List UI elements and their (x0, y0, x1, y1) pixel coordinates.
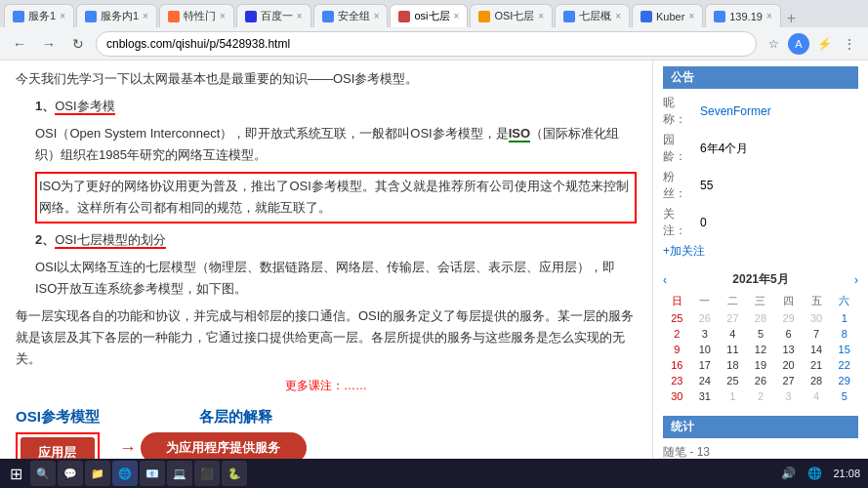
tab-close-4[interactable]: × (297, 11, 303, 21)
calendar-day[interactable]: 28 (803, 373, 831, 388)
tab-6[interactable]: osi七层 × (390, 4, 468, 27)
calendar-day[interactable]: 25 (663, 310, 691, 326)
calendar-day[interactable]: 25 (719, 373, 747, 388)
tab-8[interactable]: 七层概 × (555, 4, 630, 27)
calendar-day[interactable]: 24 (691, 373, 720, 388)
calendar-day[interactable]: 1 (719, 388, 747, 404)
tab-1[interactable]: 服务1 × (4, 4, 74, 27)
calendar-day[interactable]: 11 (719, 342, 747, 357)
calendar-day[interactable]: 20 (774, 357, 803, 373)
calendar-day[interactable]: 5 (830, 388, 858, 404)
cal-day-tue: 二 (719, 292, 747, 310)
taskbar-code[interactable]: 💻 (167, 461, 192, 486)
tab-7[interactable]: OSI七层 × (470, 4, 553, 27)
calendar-day[interactable]: 17 (691, 357, 720, 373)
tab-label-9: Kuber (656, 11, 684, 22)
calendar-day[interactable]: 2 (747, 388, 775, 404)
calendar-day[interactable]: 19 (747, 357, 775, 373)
section2-body: OSI以太网络互连的七层模型（物理层、数据链路层、网络层、传输层、会话层、表示层… (35, 257, 637, 300)
calendar-day[interactable]: 27 (719, 310, 747, 326)
tab-close-9[interactable]: × (688, 11, 694, 21)
calendar-day[interactable]: 13 (774, 342, 803, 357)
tab-4[interactable]: 百度一 × (236, 4, 311, 27)
taskbar-volume-icon[interactable]: 🔊 (776, 462, 800, 485)
tab-close-2[interactable]: × (143, 11, 148, 21)
tab-3[interactable]: 特性门 × (159, 4, 234, 27)
calendar-day[interactable]: 22 (830, 357, 858, 373)
taskbar-view[interactable]: 💬 (58, 461, 83, 486)
calendar-day[interactable]: 9 (663, 342, 691, 357)
calendar-day[interactable]: 26 (747, 373, 775, 388)
calendar-day[interactable]: 14 (803, 342, 831, 357)
article-area: 今天我们先学习一下以太网最基本也是最重要的知识——OSI参考模型。 1、OSI参… (0, 61, 653, 459)
calendar-day[interactable]: 8 (830, 326, 858, 342)
tab-close-10[interactable]: × (766, 11, 772, 21)
tab-label-5: 安全组 (338, 9, 370, 23)
tab-2[interactable]: 服务内1 × (76, 4, 157, 27)
calendar-day[interactable]: 30 (663, 388, 691, 404)
calendar-day[interactable]: 10 (691, 342, 720, 357)
tab-close-8[interactable]: × (615, 11, 621, 21)
taskbar-network-icon[interactable]: 🌐 (803, 462, 826, 485)
settings-icon[interactable]: ⋮ (839, 33, 860, 55)
new-tab-button[interactable]: + (787, 10, 796, 27)
taskbar-mail[interactable]: 📧 (140, 461, 165, 486)
refresh-button[interactable]: ↻ (66, 32, 90, 56)
calendar-day[interactable]: 29 (774, 310, 803, 326)
calendar-day[interactable]: 7 (803, 326, 831, 342)
calendar-day[interactable]: 3 (774, 388, 803, 404)
tab-9[interactable]: Kuber × (632, 4, 703, 27)
tab-close-1[interactable]: × (60, 11, 65, 21)
calendar-prev[interactable]: ‹ (663, 273, 667, 287)
calendar-day[interactable]: 21 (803, 357, 831, 373)
calendar-day[interactable]: 15 (830, 342, 858, 357)
calendar-day[interactable]: 18 (719, 357, 747, 373)
tab-close-7[interactable]: × (538, 11, 544, 21)
calendar-body: 2526272829301234567891011121314151617181… (663, 310, 858, 404)
follow-label: 关注： (663, 206, 692, 239)
taskbar-python[interactable]: 🐍 (222, 461, 247, 486)
extension-icon[interactable]: ⚡ (813, 33, 835, 55)
calendar-day[interactable]: 23 (663, 373, 691, 388)
calendar-day[interactable]: 6 (774, 326, 803, 342)
bookmark-icon[interactable]: ☆ (763, 33, 784, 55)
calendar-day[interactable]: 2 (663, 326, 691, 342)
calendar-day[interactable]: 16 (663, 357, 691, 373)
tab-close-6[interactable]: × (454, 11, 460, 21)
address-bar[interactable] (96, 31, 757, 57)
calendar-day[interactable]: 5 (747, 326, 775, 342)
taskbar-search[interactable]: 🔍 (30, 461, 56, 486)
calendar-day[interactable]: 4 (803, 388, 831, 404)
calendar-day[interactable]: 26 (691, 310, 720, 326)
calendar-day[interactable]: 31 (691, 388, 720, 404)
tab-close-5[interactable]: × (374, 11, 380, 21)
calendar-day[interactable]: 27 (774, 373, 803, 388)
more-courses-link[interactable]: 更多课注：…… (16, 376, 637, 395)
tab-10[interactable]: 139.19 × (705, 4, 781, 27)
calendar-day[interactable]: 1 (830, 310, 858, 326)
taskbar-term[interactable]: ⬛ (194, 461, 220, 486)
calendar-day[interactable]: 29 (830, 373, 858, 388)
taskbar-file[interactable]: 📁 (85, 461, 110, 486)
follow-row: 关注： 0 (663, 206, 858, 239)
follow-button[interactable]: +加关注 (663, 243, 858, 260)
back-button[interactable]: ← (8, 32, 31, 56)
start-button[interactable]: ⊞ (4, 465, 28, 483)
forward-button[interactable]: → (37, 32, 61, 56)
tab-close-3[interactable]: × (220, 11, 226, 21)
garden-label: 园龄： (663, 132, 692, 165)
taskbar-browser[interactable]: 🌐 (112, 461, 138, 486)
tab-favicon-1 (13, 11, 24, 22)
calendar-day[interactable]: 30 (803, 310, 831, 326)
sidebar: 公告 昵称： SevenFormer 园龄： 6年4个月 粉丝： 55 关注： … (653, 61, 868, 459)
tab-5[interactable]: 安全组 × (313, 4, 389, 27)
calendar-day[interactable]: 28 (747, 310, 775, 326)
calendar-next[interactable]: › (854, 273, 858, 287)
calendar-day[interactable]: 12 (747, 342, 775, 357)
calendar-day[interactable]: 3 (691, 326, 720, 342)
tab-favicon-2 (85, 11, 97, 22)
profile-icon[interactable]: A (788, 33, 809, 55)
calendar-day[interactable]: 4 (719, 326, 747, 342)
osi-right-title: 各层的解释 (119, 404, 353, 429)
calendar-grid: 日 一 二 三 四 五 六 25262728293012345678910111… (663, 292, 858, 404)
